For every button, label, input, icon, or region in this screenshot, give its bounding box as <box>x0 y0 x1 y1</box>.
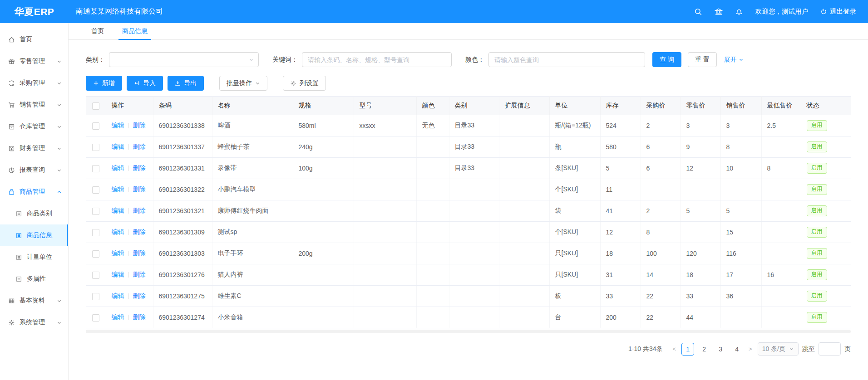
select-all-checkbox[interactable] <box>92 102 99 110</box>
cell-stock: 5 <box>600 158 641 179</box>
sidebar-subitem-3[interactable]: 多属性 <box>0 268 68 290</box>
sidebar-item-4[interactable]: 仓库管理 <box>0 116 68 137</box>
sidebar-item-1[interactable]: 零售管理 <box>0 50 68 72</box>
finance-icon <box>8 145 15 152</box>
import-button[interactable]: 导入 <box>127 76 163 91</box>
cell-stock: 200 <box>600 307 641 328</box>
row-checkbox[interactable] <box>92 122 99 130</box>
sidebar-item-8[interactable]: 基本资料 <box>0 290 68 312</box>
sidebar-item-label: 财务管理 <box>20 144 45 152</box>
action-divider <box>128 293 129 299</box>
edit-link[interactable]: 编辑 <box>112 143 124 150</box>
chevron-down-icon <box>57 298 62 303</box>
row-checkbox[interactable] <box>92 293 99 300</box>
tab-0[interactable]: 首页 <box>84 23 111 39</box>
batch-actions-button[interactable]: 批量操作 <box>219 76 267 91</box>
col-header-14: 状态 <box>801 97 851 115</box>
column-settings-button[interactable]: 列设置 <box>283 76 326 91</box>
app-root: 华夏ERP 南通某某网络科技有限公司 欢迎您，测试用户 退出登录 首页零售管理采… <box>0 0 868 380</box>
edit-link[interactable]: 编辑 <box>112 164 124 171</box>
cell-sale: 10 <box>720 158 761 179</box>
row-checkbox[interactable] <box>92 186 99 194</box>
page-button-1[interactable]: 1 <box>681 343 694 356</box>
search-button[interactable]: 查 询 <box>652 52 681 67</box>
edit-link[interactable]: 编辑 <box>112 207 124 214</box>
sidebar-item-7[interactable]: 商品管理 <box>0 181 68 203</box>
category-select[interactable] <box>109 52 259 67</box>
edit-link[interactable]: 编辑 <box>112 271 124 278</box>
page-button-4[interactable]: 4 <box>730 343 743 356</box>
row-checkbox[interactable] <box>92 208 99 215</box>
edit-link[interactable]: 编辑 <box>112 292 124 299</box>
sidebar-item-5[interactable]: 财务管理 <box>0 137 68 159</box>
cell-purchase: 6 <box>641 136 681 158</box>
delete-link[interactable]: 删除 <box>133 164 146 171</box>
cell-model <box>354 179 416 200</box>
products-table-wrap: 操作条码名称规格型号颜色类别扩展信息单位库存采购价零售价销售价最低售价状态 编辑… <box>86 96 851 333</box>
row-checkbox[interactable] <box>92 229 99 236</box>
doc-icon <box>15 232 22 239</box>
row-checkbox[interactable] <box>92 250 99 258</box>
delete-link[interactable]: 删除 <box>133 185 146 193</box>
edit-link[interactable]: 编辑 <box>112 313 124 321</box>
delete-link[interactable]: 删除 <box>133 122 146 129</box>
delete-link[interactable]: 删除 <box>133 143 146 150</box>
page-button-3[interactable]: 3 <box>714 343 727 356</box>
sidebar-item-3[interactable]: 销售管理 <box>0 94 68 116</box>
cell-name: 小米音箱 <box>212 307 293 328</box>
bell-icon[interactable] <box>735 8 743 16</box>
delete-link[interactable]: 删除 <box>133 207 146 214</box>
jump-page-input[interactable] <box>819 342 841 356</box>
sidebar-item-label: 首页 <box>20 35 32 44</box>
keyword-label: 关键词： <box>272 56 298 64</box>
sidebar-item-6[interactable]: 报表查询 <box>0 159 68 181</box>
expand-link[interactable]: 展开 <box>724 56 744 64</box>
next-page-button[interactable]: > <box>747 346 754 352</box>
sidebar-subitem-1[interactable]: 商品信息 <box>0 224 68 246</box>
logout-button[interactable]: 退出登录 <box>820 7 856 16</box>
delete-link[interactable]: 删除 <box>133 228 146 235</box>
edit-link[interactable]: 编辑 <box>112 185 124 193</box>
row-checkbox[interactable] <box>92 314 99 322</box>
search-icon[interactable] <box>694 8 702 16</box>
cell-low: 16 <box>761 264 801 286</box>
horizontal-scrollbar[interactable] <box>86 330 851 333</box>
bank-icon[interactable] <box>715 8 723 16</box>
row-checkbox[interactable] <box>92 272 99 279</box>
add-button[interactable]: 新增 <box>86 76 122 91</box>
col-header-3: 规格 <box>293 97 354 115</box>
reset-button[interactable]: 重 置 <box>688 52 717 67</box>
sidebar-item-9[interactable]: 系统管理 <box>0 312 68 333</box>
sidebar-subitem-0[interactable]: 商品类别 <box>0 203 68 224</box>
app-logo[interactable]: 华夏ERP <box>0 5 69 18</box>
edit-link[interactable]: 编辑 <box>112 228 124 235</box>
delete-link[interactable]: 删除 <box>133 271 146 278</box>
col-header-8: 单位 <box>549 97 600 115</box>
cell-barcode: 6901236301337 <box>153 136 212 158</box>
page-button-2[interactable]: 2 <box>698 343 710 356</box>
doc-icon <box>15 210 22 217</box>
action-divider <box>128 166 129 171</box>
cell-barcode: 6901236301331 <box>153 158 212 179</box>
cell-barcode: 6901236301275 <box>153 286 212 307</box>
sidebar-item-2[interactable]: 采购管理 <box>0 72 68 94</box>
row-checkbox[interactable] <box>92 144 99 151</box>
color-input[interactable] <box>488 52 645 67</box>
row-checkbox[interactable] <box>92 165 99 172</box>
delete-link[interactable]: 删除 <box>133 292 146 299</box>
export-button[interactable]: 导出 <box>168 76 204 91</box>
prev-page-button[interactable]: < <box>671 346 678 352</box>
col-header-10: 采购价 <box>641 97 681 115</box>
cell-category <box>449 222 499 243</box>
delete-link[interactable]: 删除 <box>133 313 146 321</box>
cell-status: 启用 <box>801 115 851 136</box>
sidebar-item-0[interactable]: 首页 <box>0 29 68 50</box>
page-size-select[interactable]: 10 条/页 <box>758 342 799 356</box>
tab-1[interactable]: 商品信息 <box>115 23 155 39</box>
edit-link[interactable]: 编辑 <box>112 122 124 129</box>
keyword-input[interactable] <box>302 52 452 67</box>
sidebar-subitem-2[interactable]: 计量单位 <box>0 246 68 268</box>
edit-link[interactable]: 编辑 <box>112 249 124 257</box>
delete-link[interactable]: 删除 <box>133 249 146 257</box>
cell-stock: 41 <box>600 200 641 222</box>
